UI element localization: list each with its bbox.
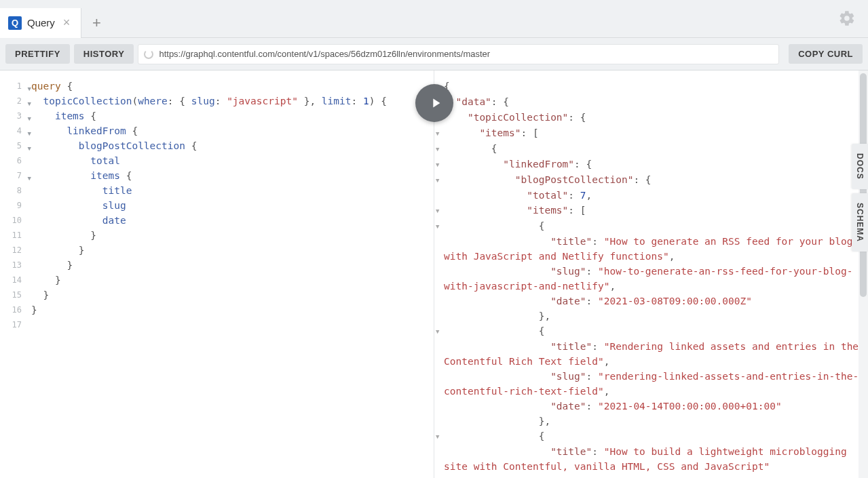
prettify-button[interactable]: PRETTIFY <box>5 44 70 64</box>
copy-curl-button[interactable]: COPY CURL <box>789 44 863 64</box>
tab-icon: Q <box>8 16 22 30</box>
docs-tab[interactable]: DOCS <box>852 144 868 189</box>
loading-spinner-icon <box>144 49 153 59</box>
tabs-bar: Q Query × + <box>0 0 868 38</box>
tab-title: Query <box>27 17 55 28</box>
response-viewer[interactable]: ▼{ ▼ "data": { ▼ "topicCollection": { ▼ … <box>434 71 868 478</box>
line-gutter: 1▼2▼3▼4▼5▼67▼891011121314151617 <box>0 79 24 332</box>
scrollbar-track[interactable] <box>858 71 868 478</box>
query-code[interactable]: query { topicCollection(where: { slug: "… <box>0 71 434 325</box>
gear-icon[interactable] <box>838 9 856 30</box>
tab-query[interactable]: Q Query × <box>0 8 81 38</box>
schema-tab[interactable]: SCHEMA <box>852 193 868 252</box>
run-query-button[interactable] <box>415 84 453 122</box>
side-tabs: DOCS SCHEMA <box>852 144 868 256</box>
url-input-box[interactable]: https://graphql.contentful.com/content/v… <box>138 44 779 64</box>
play-icon <box>428 96 443 111</box>
add-tab-button[interactable]: + <box>81 8 111 38</box>
url-text: https://graphql.contentful.com/content/v… <box>159 49 490 59</box>
toolbar: PRETTIFY HISTORY https://graphql.content… <box>0 38 868 71</box>
history-button[interactable]: HISTORY <box>74 44 134 64</box>
response-json: ▼{ ▼ "data": { ▼ "topicCollection": { ▼ … <box>434 71 868 478</box>
editor-panes: 1▼2▼3▼4▼5▼67▼891011121314151617 query { … <box>0 71 868 478</box>
close-icon[interactable]: × <box>60 16 73 30</box>
query-editor[interactable]: 1▼2▼3▼4▼5▼67▼891011121314151617 query { … <box>0 71 434 478</box>
